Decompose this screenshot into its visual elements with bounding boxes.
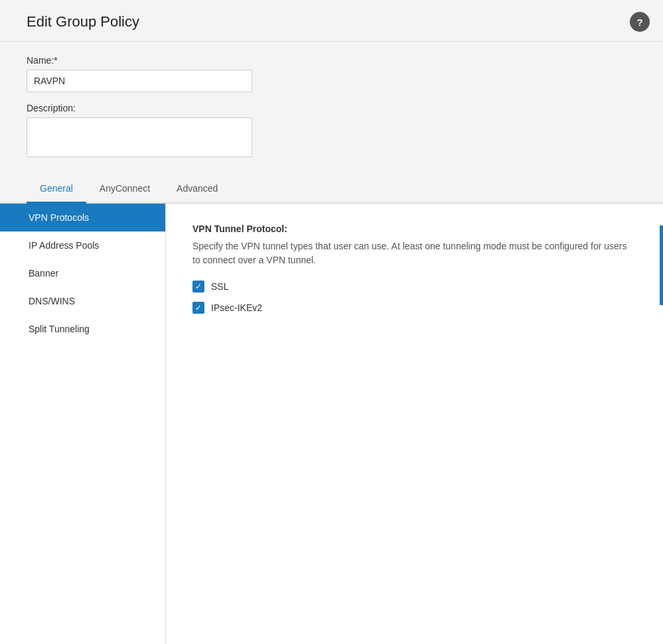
description-field-group: Description: — [27, 103, 636, 159]
ssl-checkbox-row: ✓ SSL — [192, 281, 636, 292]
modal-container: Edit Group Policy ? Name:* Description: … — [0, 0, 663, 644]
name-field-group: Name:* — [27, 55, 636, 92]
ssl-checkmark: ✓ — [195, 283, 202, 290]
right-accent — [660, 225, 663, 305]
ssl-checkbox[interactable]: ✓ — [192, 281, 204, 292]
description-input[interactable] — [27, 117, 252, 157]
name-input[interactable] — [27, 70, 252, 92]
ipsec-checkbox-row: ✓ IPsec-IKEv2 — [192, 302, 636, 314]
modal-header: Edit Group Policy ? — [0, 0, 663, 42]
form-section: Name:* Description: — [0, 42, 663, 170]
tab-general[interactable]: General — [27, 175, 86, 204]
help-icon[interactable]: ? — [630, 12, 650, 32]
sidebar-item-banner[interactable]: Banner — [0, 259, 165, 287]
sidebar-item-split-tunneling[interactable]: Split Tunneling — [0, 315, 165, 343]
modal-title: Edit Group Policy — [27, 13, 139, 31]
sidebar-item-dns-wins[interactable]: DNS/WINS — [0, 287, 165, 315]
sidebar-item-vpn-protocols[interactable]: VPN Protocols — [0, 204, 165, 231]
main-content: VPN Tunnel Protocol: Specify the VPN tun… — [166, 204, 663, 644]
description-label: Description: — [27, 103, 636, 113]
ipsec-checkbox[interactable]: ✓ — [192, 302, 204, 314]
name-label: Name:* — [27, 55, 636, 66]
ssl-label: SSL — [211, 281, 228, 292]
section-title: VPN Tunnel Protocol: — [192, 224, 636, 234]
ipsec-checkmark: ✓ — [195, 304, 202, 312]
content-area: VPN Protocols IP Address Pools Banner DN… — [0, 204, 663, 644]
tab-anyconnect[interactable]: AnyConnect — [86, 175, 163, 204]
sidebar: VPN Protocols IP Address Pools Banner DN… — [0, 204, 166, 644]
tabs-container: General AnyConnect Advanced — [0, 175, 663, 204]
ipsec-label: IPsec-IKEv2 — [211, 302, 262, 313]
sidebar-item-ip-address-pools[interactable]: IP Address Pools — [0, 231, 165, 259]
section-description: Specify the VPN tunnel types that user c… — [192, 239, 636, 267]
tab-advanced[interactable]: Advanced — [163, 175, 231, 204]
